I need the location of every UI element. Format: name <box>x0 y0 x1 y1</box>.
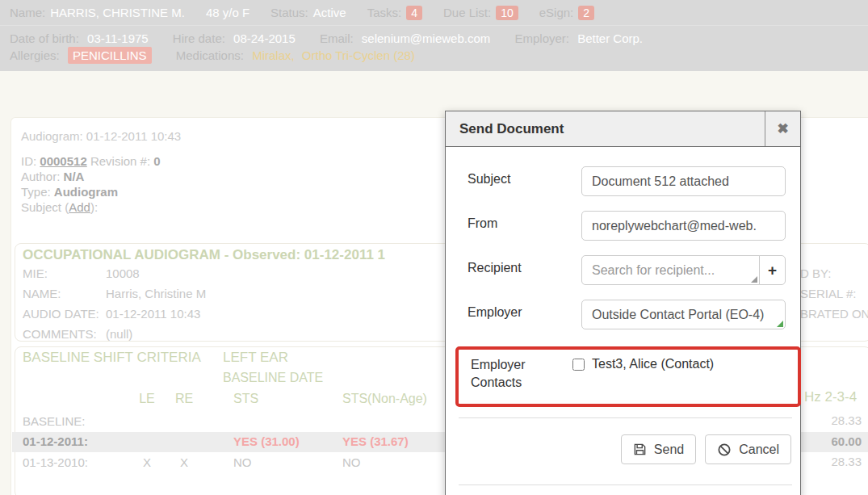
cell-hz: 60.00 <box>831 434 862 448</box>
field-value: Harris, Christine M <box>106 287 206 300</box>
employer-contacts-label: Employer Contacts <box>471 354 572 392</box>
tasks-label: Tasks: <box>367 6 402 19</box>
employer-selected-value: Outside Contact Portal (EO-4) <box>592 308 764 321</box>
from-input[interactable] <box>581 211 786 241</box>
row-label: BASELINE: <box>23 414 86 428</box>
allergy-badge[interactable]: PENICILLINS <box>68 47 152 64</box>
divider <box>459 417 792 418</box>
patient-age-sex: 48 y/o F <box>206 6 249 19</box>
ban-icon <box>717 443 732 457</box>
employer-label: Employer: <box>514 31 569 45</box>
dialog-title: Send Document <box>446 111 765 146</box>
hire-date-label: Hire date: <box>173 31 225 45</box>
field-label: AUDIO DATE: <box>23 307 99 321</box>
recipient-label: Recipient <box>468 255 581 275</box>
subject-input[interactable] <box>581 166 786 196</box>
cell-sts: YES (31.00) <box>233 434 300 448</box>
subject-row: Subject <box>468 166 791 196</box>
row-label: 01-12-2011: <box>23 434 88 448</box>
cancel-button[interactable]: Cancel <box>705 434 791 464</box>
document-id-link[interactable]: 0000512 <box>40 154 86 168</box>
due-list-label: Due List: <box>443 6 491 19</box>
esign-label: eSign: <box>539 6 574 19</box>
medications-label: Medications: <box>176 48 244 62</box>
tasks-count-badge[interactable]: 4 <box>406 6 422 20</box>
contact-option-label: Test3, Alice (Contact) <box>592 357 714 371</box>
patient-header-details: Date of birth: 03-11-1975 Hire date: 08-… <box>0 26 868 64</box>
subject-suffix: ): <box>90 200 98 214</box>
column-header-sts: STS <box>233 392 258 406</box>
medication-link[interactable]: Miralax, <box>252 48 295 62</box>
resize-grip-icon[interactable] <box>751 276 757 283</box>
clipped-field-fragment: SERIAL #: <box>800 287 856 300</box>
cell-hz: 28.33 <box>831 413 862 427</box>
left-ear-heading: LEFT EAR <box>223 350 288 366</box>
cell-sts-nonage: NO <box>342 455 361 469</box>
dialog-header: Send Document ✖ <box>446 111 800 147</box>
employer-value: Better Corp. <box>577 31 643 45</box>
column-header-re: RE <box>166 392 202 406</box>
row-label: 01-13-2010: <box>23 455 88 469</box>
divider <box>459 485 792 485</box>
subject-prefix: Subject ( <box>21 200 69 214</box>
subject-add-link[interactable]: Add <box>69 200 90 214</box>
email-value: selenium@mieweb.com <box>362 31 490 45</box>
from-row: From <box>468 211 791 241</box>
dialog-actions: Send Cancel <box>468 434 791 464</box>
field-value: 10008 <box>106 266 140 280</box>
recipient-input-group: Search for recipient... + <box>581 255 786 285</box>
type-label: Type: <box>21 185 51 199</box>
document-id-line: ID: 0000512 Revision #: 0 <box>21 154 161 168</box>
employer-select[interactable]: Outside Contact Portal (EO-4) <box>581 300 786 329</box>
name-label: Name: <box>10 6 45 19</box>
from-label: From <box>468 211 581 231</box>
hire-date-value: 08-24-2015 <box>233 31 296 45</box>
dialog-body: Subject From Recipient Search for recipi… <box>446 147 800 485</box>
cancel-button-label: Cancel <box>739 443 779 457</box>
contact-checkbox[interactable] <box>572 359 585 371</box>
due-list-count-badge[interactable]: 10 <box>496 6 518 20</box>
contact-option[interactable]: Test3, Alice (Contact) <box>572 354 714 371</box>
patient-name: HARRIS, CHRISTINE M. <box>50 6 185 19</box>
save-icon <box>633 443 647 456</box>
cell-hz: 28.33 <box>831 455 862 468</box>
baseline-date-heading: BASELINE DATE <box>223 371 323 385</box>
field-value: (null) <box>106 327 132 341</box>
column-header-le: LE <box>129 392 165 406</box>
status-label: Status: <box>270 6 308 19</box>
recipient-search-input[interactable]: Search for recipient... <box>581 255 760 285</box>
occupational-audiogram-heading: OCCUPATIONAL AUDIOGRAM - Observed: 01-12… <box>23 247 385 263</box>
clipped-field-fragment: D BY: <box>800 266 831 280</box>
close-button[interactable]: ✖ <box>765 111 800 146</box>
column-header-sts-nonage: STS(Non-Age) <box>342 392 427 406</box>
dob-value: 03-11-1975 <box>87 31 149 45</box>
patient-header-row1: Name: HARRIS, CHRISTINE M. 48 y/o F Stat… <box>0 0 868 26</box>
close-icon: ✖ <box>777 120 788 137</box>
cell-sts-nonage: YES (31.67) <box>342 434 409 448</box>
field-value: 01-12-2011 10:43 <box>106 307 200 321</box>
document-header: Audiogram: 01-12-2011 10:43 <box>21 129 181 143</box>
send-button[interactable]: Send <box>621 434 696 464</box>
revision-value: 0 <box>153 154 160 168</box>
cell-le: X <box>129 455 165 469</box>
status-value: Active <box>313 6 346 19</box>
baseline-shift-heading: BASELINE SHIFT CRITERIA <box>23 350 201 366</box>
field-label: MIE: <box>23 266 48 280</box>
type-value: Audiogram <box>54 185 118 199</box>
dob-label: Date of birth: <box>10 31 79 45</box>
esign-count-badge[interactable]: 2 <box>578 6 594 20</box>
author-value: N/A <box>64 170 85 183</box>
recipient-placeholder: Search for recipient... <box>592 263 715 277</box>
webchart-screen: Name: HARRIS, CHRISTINE M. 48 y/o F Stat… <box>0 0 868 495</box>
patient-header-row3: Allergies: PENICILLINS Medications: Mira… <box>10 47 868 64</box>
column-header-hz: Hz 2-3-4 <box>804 389 857 405</box>
cell-sts: NO <box>233 455 252 469</box>
resize-grip-icon[interactable] <box>777 321 783 327</box>
medication-link[interactable]: Ortho Tri-Cyclen (28) <box>302 48 415 62</box>
revision-label: Revision #: <box>90 154 150 168</box>
patient-header: Name: HARRIS, CHRISTINE M. 48 y/o F Stat… <box>0 0 868 71</box>
email-label: Email: <box>320 31 354 45</box>
add-recipient-button[interactable]: + <box>759 255 786 285</box>
author-label: Author: <box>21 170 60 183</box>
field-label: NAME: <box>23 287 61 300</box>
